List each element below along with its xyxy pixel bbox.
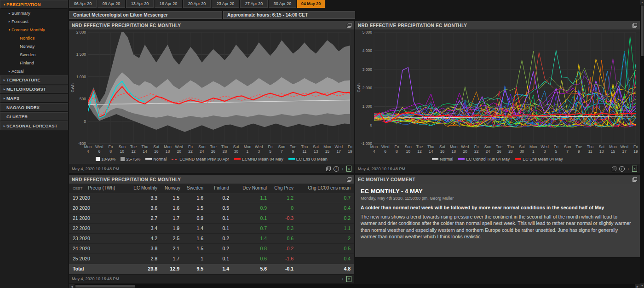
sidebar-item-cluster[interactable]: CLUSTER	[0, 112, 68, 121]
popout-icon[interactable]	[632, 23, 637, 28]
excel-export-icon[interactable]: x	[346, 166, 351, 172]
sidebar-item-finland[interactable]: Finland	[0, 59, 68, 67]
sidebar-item-temperature[interactable]: ▸TEMPERATURE	[0, 75, 68, 84]
table-row-24-2020[interactable]: 24 20203.82.11.50.20.8-0.20.5	[69, 243, 354, 253]
popout-icon[interactable]	[632, 177, 637, 182]
table-row-19-2020[interactable]: 19 20203.31.51.60.21.11.20.7	[69, 193, 354, 203]
open-window-icon[interactable]	[326, 167, 331, 171]
date-tab-20-apr-20[interactable]: 20 Apr 20	[183, 0, 211, 8]
date-tab-bar: 06 Apr 2009 Apr 2013 Apr 2016 Apr 2020 A…	[69, 0, 325, 8]
svg-text:Sun: Sun	[564, 144, 571, 149]
info-icon[interactable]: i	[619, 166, 625, 172]
table-header-norway[interactable]: Norway	[161, 184, 183, 193]
legend-item-normal[interactable]: Normal	[145, 157, 167, 161]
date-tab-16-apr-20[interactable]: 16 Apr 20	[155, 0, 182, 8]
date-tab-09-apr-20[interactable]: 09 Apr 20	[98, 0, 125, 8]
sidebar-item-nao-ao-index[interactable]: NAO/AO INDEX	[0, 103, 68, 112]
panel-ensemble-chart: NRD EFFECTIVE PRECIPITATION EC MONTHLY -…	[355, 21, 640, 173]
date-tab-04-may-20[interactable]: 04 May 20	[297, 0, 325, 8]
svg-text:Mon: Mon	[529, 144, 537, 149]
svg-text:10: 10	[406, 149, 410, 154]
svg-text:16: 16	[440, 149, 445, 154]
date-tab-27-apr-20[interactable]: 27 Apr 20	[240, 0, 268, 8]
download-icon[interactable]: ↓	[342, 167, 344, 171]
table-row-21-2020[interactable]: 21 20202.71.70.90.10.1-0.30.2	[69, 213, 354, 223]
svg-text:Thu: Thu	[427, 144, 434, 149]
table-header-sweden[interactable]: Sweden	[183, 184, 207, 193]
sidebar-item-sweden[interactable]: Sweden	[0, 51, 68, 59]
date-tab-30-apr-20[interactable]: 30 Apr 20	[269, 0, 296, 8]
table-row-25-2020[interactable]: 25 20202.81.710.10.6-1.60.4	[69, 253, 354, 264]
legend-item-ec-ens-mean-04-may[interactable]: EC Ens Mean 04 May	[515, 157, 563, 161]
svg-text:Fri: Fri	[348, 144, 352, 149]
svg-text:4 000: 4 000	[362, 48, 373, 53]
legend-item-ecmnd-mean-prev-30-apr[interactable]: ECMND Mean Prev 30 Apr	[172, 157, 229, 161]
svg-text:Sat: Sat	[519, 144, 525, 149]
sidebar-item-meteorologist[interactable]: ▸METEOROLOGIST	[0, 85, 68, 93]
date-tab-06-apr-20[interactable]: 06 Apr 20	[69, 0, 97, 8]
legend-item-25-75[interactable]: 25-75%	[121, 157, 140, 161]
svg-text:Tue: Tue	[290, 144, 297, 149]
precipitation-range-chart[interactable]: -50005001 0001 5002 000GWhMon4Wed6Fri8Su…	[69, 29, 354, 156]
sidebar-item-summary[interactable]: ▸Summary	[0, 9, 68, 17]
svg-text:500: 500	[80, 97, 86, 101]
svg-text:Fri: Fri	[188, 144, 193, 149]
sidebar-item-forecast-monthly[interactable]: ▾Forecast Monthly	[0, 26, 68, 34]
excel-export-icon[interactable]: x	[632, 166, 637, 172]
cell-norway: 2.5	[161, 233, 183, 243]
chevron-down-icon: ▾	[2, 0, 6, 9]
table-row-22-2020[interactable]: 22 20203.41.91.40.10.70.31.1	[69, 223, 354, 233]
table-header-dev-normal[interactable]: Dev Normal	[233, 184, 270, 193]
table-header-chg-prev[interactable]: Chg Prev	[270, 184, 297, 193]
vertical-scrollbar[interactable]: ▲ ▼	[640, 0, 644, 288]
table-header-ec-monthly[interactable]: EC Monthly	[124, 184, 161, 193]
popout-icon[interactable]	[347, 177, 351, 182]
ensemble-chart[interactable]: -1 00001 0002 0003 0004 0005 000GWhMon4W…	[356, 29, 639, 156]
legend-item-10-90[interactable]: 10-90%	[96, 157, 115, 161]
popout-icon[interactable]	[347, 23, 351, 28]
table-header-finland[interactable]: Finland	[207, 184, 233, 193]
svg-text:Thu: Thu	[587, 144, 594, 149]
table-header-cest-precip: CESTPrecip (TWh)	[69, 184, 124, 193]
scroll-down-icon[interactable]: ▼	[640, 283, 644, 288]
sidebar-item-maps[interactable]: ▸MAPS	[0, 94, 68, 103]
table-row-23-2020[interactable]: 23 20204.22.51.60.21.40.62	[69, 233, 354, 243]
sidebar-item-norway[interactable]: Norway	[0, 42, 68, 51]
table-header-chg-ec00-ens-mean[interactable]: Chg EC00 ens mean	[297, 184, 354, 193]
download-icon[interactable]: ↓	[627, 167, 630, 171]
svg-text:Fri: Fri	[109, 144, 113, 149]
cell-dev_normal: 0.7	[233, 223, 270, 233]
date-tab-23-apr-20[interactable]: 23 Apr 20	[212, 0, 239, 8]
open-window-icon[interactable]	[612, 167, 616, 171]
scroll-right-icon[interactable]: ▶	[635, 284, 640, 288]
svg-text:14: 14	[143, 149, 147, 154]
legend-swatch-icon	[145, 158, 152, 160]
scroll-up-icon[interactable]: ▲	[640, 0, 644, 5]
sidebar-item-actual[interactable]: ▸Actual	[0, 67, 68, 75]
svg-text:22: 22	[188, 149, 193, 154]
legend-item-ec-control-run-04-may[interactable]: EC Control Run 04 May	[458, 157, 510, 161]
table-row-20-2020[interactable]: 20 20203.61.61.50.50.900.4	[69, 203, 354, 213]
date-tab-13-apr-20[interactable]: 13 Apr 20	[126, 0, 154, 8]
sidebar-item-precipitation[interactable]: ▾PRECIPITATION	[0, 0, 68, 9]
sidebar-item-label: Norway	[20, 42, 34, 51]
svg-text:5: 5	[555, 149, 557, 154]
cell-chg_ec00: 1.1	[297, 223, 354, 233]
vertical-scroll-thumb[interactable]	[641, 6, 644, 56]
legend-item-normal[interactable]: Normal	[432, 157, 453, 161]
sidebar-item-seasonal-forecast[interactable]: ▸SEASONAL FORECAST	[0, 121, 68, 130]
sidebar-item-forecast[interactable]: ▸Forecast	[0, 17, 68, 26]
cell-label: 25 2020	[69, 253, 124, 264]
excel-export-icon[interactable]: x	[346, 276, 351, 282]
scroll-left-icon[interactable]: ◀	[69, 284, 75, 288]
panel-precipitation-range-chart: NRD EFFECTIVE PRECIPITATION EC MONTHLY -…	[69, 21, 354, 173]
legend-item-ecmnd-mean-04-may[interactable]: ECMND Mean 04 May	[234, 157, 283, 161]
table-total-row[interactable]: Total23.812.99.51.45.6-0.14.8	[69, 264, 354, 274]
comment-body: EC MONTHLY - 4 MAY Monday, May 4th 2020,…	[355, 184, 640, 257]
sidebar-item-nordics[interactable]: Nordics	[0, 34, 68, 42]
legend-item-ec-ens-00-mean[interactable]: EC Ens 00 Mean	[288, 157, 328, 161]
info-icon[interactable]: i	[334, 166, 339, 172]
horizontal-scrollbar[interactable]: ◀ ▶	[69, 284, 640, 288]
horizontal-scroll-thumb[interactable]	[75, 285, 135, 288]
download-icon[interactable]: ↓	[342, 276, 344, 281]
